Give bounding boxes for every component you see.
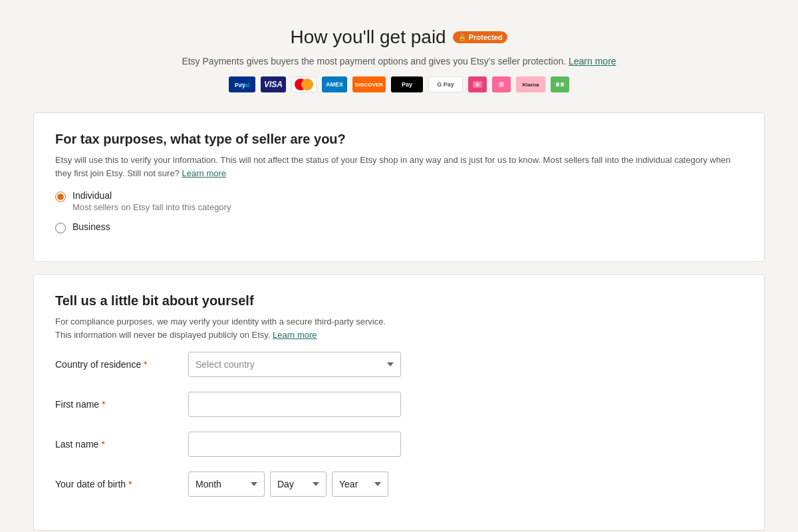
header-desc-text: Etsy Payments gives buyers the most paym… (182, 56, 566, 66)
seller-type-card: For tax purposes, what type of seller ar… (33, 112, 765, 262)
about-learn-more-link[interactable]: Learn more (273, 330, 317, 340)
seller-type-learn-more-link[interactable]: Learn more (182, 168, 226, 178)
last-name-form-row: Last name * (55, 432, 743, 457)
svg-text:Pal: Pal (241, 82, 249, 88)
dob-required-star: * (128, 479, 132, 489)
country-required-star: * (144, 359, 147, 370)
payment-icon-1 (468, 76, 487, 92)
dob-label: Your date of birth * (55, 479, 188, 489)
month-select[interactable]: Month January February March April May J… (188, 471, 265, 497)
header-section: How you'll get paid 🔒 Protected Etsy Pay… (33, 27, 765, 92)
seller-type-description: Etsy will use this to verify your inform… (55, 154, 743, 180)
page-title: How you'll get paid (291, 27, 446, 48)
header-title-row: How you'll get paid 🔒 Protected (33, 27, 765, 48)
svg-point-4 (499, 82, 504, 87)
page-wrapper: How you'll get paid 🔒 Protected Etsy Pay… (33, 27, 765, 532)
last-name-required-star: * (101, 439, 104, 450)
payment-icon-3 (551, 76, 569, 92)
individual-label: Individual (72, 190, 231, 201)
dob-form-row: Your date of birth * Month January Febru… (55, 471, 743, 497)
protected-badge: 🔒 Protected (453, 31, 508, 43)
first-name-input[interactable] (188, 392, 401, 417)
header-description: Etsy Payments gives buyers the most paym… (33, 55, 765, 68)
seller-type-title: For tax purposes, what type of seller ar… (55, 132, 743, 147)
discover-icon: DISCOVER (352, 76, 386, 92)
country-label: Country of residence * (55, 359, 188, 370)
svg-point-3 (475, 82, 479, 86)
individual-sublabel: Most sellers on Etsy fall into this cate… (72, 202, 231, 212)
amex-icon: AMEX (322, 76, 347, 92)
first-name-form-row: First name * (55, 392, 743, 417)
first-name-required-star: * (102, 399, 105, 410)
individual-radio-option[interactable]: Individual Most sellers on Etsy fall int… (55, 190, 743, 212)
payment-icons: PayPal VISA AMEX DISCOVER Pay G Pay (33, 76, 765, 92)
svg-rect-5 (556, 82, 559, 86)
day-select[interactable]: Day for(let i=1;i<=31;i++) document.writ… (270, 471, 327, 497)
first-name-label: First name * (55, 399, 188, 410)
mastercard-icon (291, 76, 317, 92)
visa-icon: VISA (261, 76, 286, 92)
last-name-input[interactable] (188, 432, 401, 457)
year-select[interactable]: Year for(let y=new Date().getFullYear()-… (332, 471, 388, 497)
payment-icon-2 (492, 76, 511, 92)
country-select[interactable]: Select country United States United King… (188, 352, 401, 377)
country-form-row: Country of residence * Select country Un… (55, 352, 743, 377)
header-learn-more-link[interactable]: Learn more (569, 56, 616, 66)
individual-radio-input[interactable] (55, 192, 66, 202)
seller-type-desc-text: Etsy will use this to verify your inform… (55, 155, 730, 178)
google-pay-icon: G Pay (428, 76, 463, 92)
svg-rect-6 (561, 82, 564, 86)
about-title: Tell us a little bit about yourself (55, 293, 743, 309)
lock-icon: 🔒 (458, 34, 466, 41)
about-description: For compliance purposes, we may verify y… (55, 315, 743, 341)
business-radio-input[interactable] (55, 223, 66, 233)
about-yourself-card: Tell us a little bit about yourself For … (33, 274, 765, 531)
last-name-label: Last name * (55, 439, 188, 450)
business-label: Business (72, 221, 110, 232)
paypal-icon: PayPal (229, 76, 255, 92)
apple-pay-icon: Pay (391, 76, 423, 92)
date-row: Month January February March April May J… (188, 471, 388, 497)
business-radio-option[interactable]: Business (55, 221, 743, 233)
protected-label: Protected (469, 33, 503, 41)
klarna-icon: Klarna (516, 76, 545, 92)
